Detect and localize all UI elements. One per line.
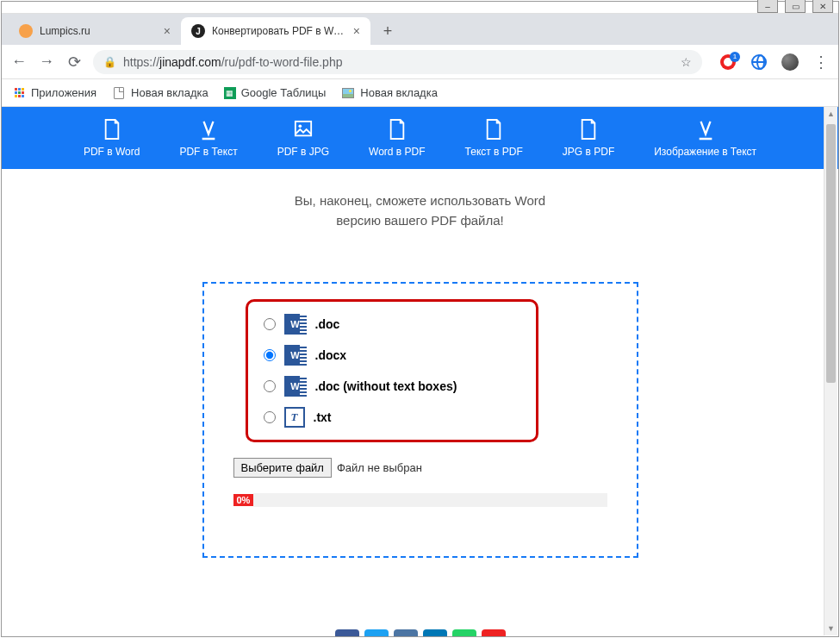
option-label: .txt xyxy=(314,410,332,424)
social-icon[interactable] xyxy=(335,629,359,636)
browser-toolbar: ← → ⟳ 🔒 https://jinapdf.com/ru/pdf-to-wo… xyxy=(2,45,838,79)
tool-pdf-to-word[interactable]: PDF в Word xyxy=(84,118,140,158)
page-content: PDF в Word PDF в Текст PDF в JPG Word в … xyxy=(2,107,838,636)
option-doc-notextbox[interactable]: W .doc (without text boxes) xyxy=(264,376,520,397)
tab-jinapdf[interactable]: J Конвертировать PDF в Word - P × xyxy=(181,17,370,45)
social-icon[interactable] xyxy=(394,629,418,636)
tool-word-to-pdf[interactable]: Word в PDF xyxy=(369,118,426,158)
social-share-bar xyxy=(2,629,838,636)
apps-icon xyxy=(12,86,26,100)
file-dropzone[interactable]: W .doc W .docx W .doc (without text boxe… xyxy=(202,282,638,558)
option-label: .docx xyxy=(315,348,347,362)
tool-text-to-pdf[interactable]: Текст в PDF xyxy=(465,118,523,158)
progress-bar xyxy=(253,493,607,507)
social-icon[interactable] xyxy=(452,629,476,636)
window-titlebar: – ▭ ✕ xyxy=(2,2,838,14)
tool-pdf-to-text[interactable]: PDF в Текст xyxy=(179,118,237,158)
opera-extension-icon[interactable]: 1 xyxy=(719,53,737,71)
bookmark-star-icon[interactable]: ☆ xyxy=(681,55,692,69)
radio-txt[interactable] xyxy=(264,411,276,423)
image-icon xyxy=(341,86,355,100)
back-button[interactable]: ← xyxy=(10,53,28,71)
txt-icon: T xyxy=(284,407,305,428)
option-label: .doc xyxy=(315,317,340,331)
url-scheme: https://jinapdf.com/ru/pdf-to-word-file.… xyxy=(123,55,342,69)
browser-menu-icon[interactable]: ⋮ xyxy=(812,53,830,71)
window-minimize-button[interactable]: – xyxy=(757,0,778,13)
radio-docx[interactable] xyxy=(264,349,276,361)
social-icon[interactable] xyxy=(364,629,389,636)
bookmarks-bar: Приложения Новая вкладка ▦ Google Таблиц… xyxy=(2,79,838,107)
svg-point-1 xyxy=(298,125,302,128)
choose-file-button[interactable]: Выберите файл xyxy=(233,458,332,478)
word-icon: W xyxy=(284,314,307,335)
address-bar[interactable]: 🔒 https://jinapdf.com/ru/pdf-to-word-fil… xyxy=(93,50,702,74)
sheets-icon: ▦ xyxy=(224,87,236,99)
bookmark-label: Приложения xyxy=(31,86,96,99)
tab-favicon-icon: J xyxy=(191,24,205,38)
progress-percent-badge: 0% xyxy=(233,494,254,506)
tool-label: Word в PDF xyxy=(369,146,426,158)
word-icon: W xyxy=(284,345,307,366)
tab-strip: Lumpics.ru × J Конвертировать PDF в Word… xyxy=(2,14,838,45)
radio-doc-notextbox[interactable] xyxy=(264,380,276,392)
document-icon xyxy=(484,118,503,141)
document-icon xyxy=(103,118,121,141)
tab-close-icon[interactable]: × xyxy=(353,24,360,38)
lock-icon: 🔒 xyxy=(103,56,116,68)
page-icon xyxy=(112,86,126,100)
profile-avatar-icon[interactable] xyxy=(781,53,799,71)
progress-row: 0% xyxy=(233,493,621,507)
social-icon[interactable] xyxy=(482,629,506,636)
image-icon xyxy=(294,118,313,141)
bookmark-label: Новая вкладка xyxy=(360,86,438,99)
tool-label: PDF в JPG xyxy=(277,146,329,158)
tab-title: Конвертировать PDF в Word - P xyxy=(212,25,346,37)
option-label: .doc (without text boxes) xyxy=(315,379,457,393)
file-input-row: Выберите файл Файл не выбран xyxy=(233,458,621,478)
tool-label: PDF в Текст xyxy=(179,146,237,158)
tool-label: Изображение в Текст xyxy=(654,146,756,158)
bookmark-newtab-1[interactable]: Новая вкладка xyxy=(112,86,208,100)
tab-title: Lumpics.ru xyxy=(40,25,157,37)
file-status-text: Файл не выбран xyxy=(337,461,422,474)
tool-jpg-to-pdf[interactable]: JPG в PDF xyxy=(563,118,614,158)
tab-lumpics[interactable]: Lumpics.ru × xyxy=(9,17,181,45)
option-doc[interactable]: W .doc xyxy=(264,314,520,335)
bookmark-newtab-2[interactable]: Новая вкладка xyxy=(341,86,438,100)
tab-favicon-icon xyxy=(19,24,33,38)
tool-label: Текст в PDF xyxy=(465,146,523,158)
radio-doc[interactable] xyxy=(264,318,276,330)
social-icon[interactable] xyxy=(423,629,447,636)
window-close-button[interactable]: ✕ xyxy=(812,0,833,13)
tool-image-to-text[interactable]: Изображение в Текст xyxy=(654,118,756,158)
reload-button[interactable]: ⟳ xyxy=(65,53,83,72)
page-subtitle: Вы, наконец, сможете использовать Word в… xyxy=(2,191,838,230)
option-txt[interactable]: T .txt xyxy=(264,407,520,428)
bookmark-sheets[interactable]: ▦ Google Таблицы xyxy=(224,86,327,99)
tools-navbar: PDF в Word PDF в Текст PDF в JPG Word в … xyxy=(2,107,838,169)
bookmark-label: Новая вкладка xyxy=(131,86,208,99)
text-underline-icon xyxy=(696,118,715,141)
document-icon xyxy=(388,118,407,141)
format-options-box: W .doc W .docx W .doc (without text boxe… xyxy=(246,299,538,442)
bookmark-label: Google Таблицы xyxy=(241,86,327,99)
tab-close-icon[interactable]: × xyxy=(164,24,171,38)
scroll-up-arrow-icon[interactable]: ▲ xyxy=(824,107,837,121)
word-icon: W xyxy=(284,376,307,397)
browser-window: – ▭ ✕ Lumpics.ru × J Конвертировать PDF … xyxy=(1,1,839,637)
forward-button[interactable]: → xyxy=(38,53,55,71)
bookmark-apps[interactable]: Приложения xyxy=(12,86,96,100)
tool-pdf-to-jpg[interactable]: PDF в JPG xyxy=(277,118,329,158)
text-underline-icon xyxy=(199,118,218,141)
translate-extension-icon[interactable] xyxy=(750,53,768,71)
document-icon xyxy=(579,118,598,141)
tool-label: PDF в Word xyxy=(84,146,140,158)
new-tab-button[interactable]: + xyxy=(376,19,400,43)
vertical-scrollbar[interactable]: ▲ ▼ xyxy=(824,107,837,635)
scroll-down-arrow-icon[interactable]: ▼ xyxy=(824,622,837,635)
option-docx[interactable]: W .docx xyxy=(264,345,520,366)
tool-label: JPG в PDF xyxy=(563,146,614,158)
scroll-thumb[interactable] xyxy=(826,124,836,383)
window-maximize-button[interactable]: ▭ xyxy=(785,0,806,13)
